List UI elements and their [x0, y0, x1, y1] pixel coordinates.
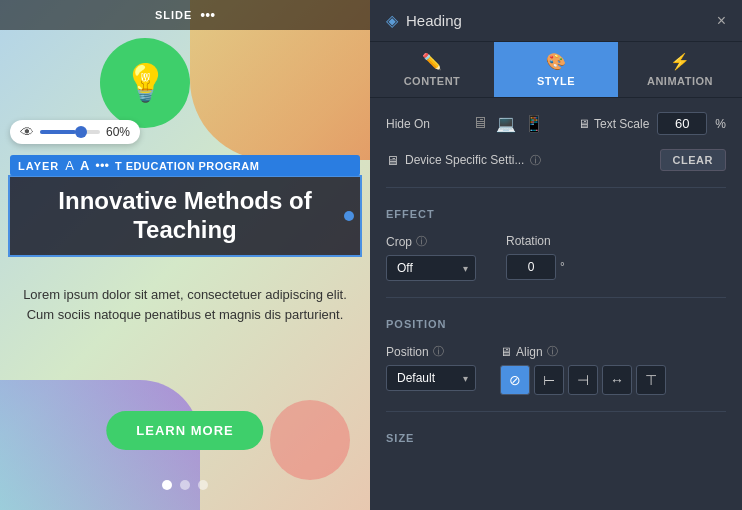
monitor-align-icon: 🖥: [500, 345, 512, 359]
desktop-icon[interactable]: 🖥: [472, 114, 488, 133]
learn-more-button[interactable]: LEARN MORE: [106, 411, 263, 450]
rotation-section: Rotation °: [506, 234, 565, 280]
align-section: 🖥 Align ⓘ ⊘ ⊢ ⊣ ↔ ⊤: [500, 344, 666, 395]
align-left-btn[interactable]: ⊢: [534, 365, 564, 395]
position-row: Position ⓘ Default Fixed Absolute 🖥 Alig…: [386, 344, 726, 395]
device-specific-label-group: 🖥 Device Specific Setti... ⓘ: [386, 153, 541, 168]
effect-section-title: EFFECT: [386, 208, 726, 220]
panel-content-area: Hide On 🖥 💻 📱 🖥 Text Scale % 🖥 D: [370, 98, 742, 510]
crop-select-wrapper: Off On: [386, 255, 476, 281]
align-justify-btn[interactable]: ⊤: [636, 365, 666, 395]
layer-aa-icon: A: [80, 158, 89, 173]
crop-label: Crop ⓘ: [386, 234, 476, 249]
zoom-slider[interactable]: [40, 130, 100, 134]
position-select[interactable]: Default Fixed Absolute: [386, 365, 476, 391]
hide-on-group: Hide On 🖥 💻 📱: [386, 114, 544, 133]
crop-section: Crop ⓘ Off On: [386, 234, 476, 281]
pagination: [162, 480, 208, 490]
slide-preview: SLIDE ••• 💡 👁 60% LAYER A A ••• T EDUCAT…: [0, 0, 370, 510]
resize-handle[interactable]: [344, 211, 354, 221]
hide-on-label: Hide On: [386, 117, 466, 131]
tablet-icon[interactable]: 💻: [496, 114, 516, 133]
size-section-title: SIZE: [386, 432, 726, 444]
device-specific-info-icon[interactable]: ⓘ: [530, 153, 541, 168]
zoom-slider-fill: [40, 130, 76, 134]
animation-tab-label: ANIMATION: [647, 75, 713, 87]
device-specific-section: 🖥 Device Specific Setti... ⓘ CLEAR: [386, 149, 726, 171]
heading-element[interactable]: Innovative Methods of Teaching: [8, 175, 362, 257]
slide-label: SLIDE: [155, 9, 192, 21]
text-scale-group: 🖥 Text Scale %: [578, 112, 726, 135]
slide-menu-icon[interactable]: •••: [200, 7, 215, 23]
layer-label: LAYER: [18, 160, 59, 172]
align-center-btn[interactable]: ⊣: [568, 365, 598, 395]
device-specific-monitor-icon: 🖥: [386, 153, 399, 168]
degree-symbol: °: [560, 260, 565, 274]
pagination-dot-active[interactable]: [162, 480, 172, 490]
text-scale-unit: %: [715, 117, 726, 131]
feature-circle: 💡: [100, 38, 190, 128]
align-icons-row: ⊘ ⊢ ⊣ ↔ ⊤: [500, 365, 666, 395]
content-tab-icon: ✏️: [422, 52, 443, 71]
divider-2: [386, 297, 726, 298]
align-label-group: 🖥 Align ⓘ: [500, 344, 666, 359]
eye-icon: 👁: [20, 124, 34, 140]
style-tab-label: STYLE: [537, 75, 575, 87]
pagination-dot-2[interactable]: [180, 480, 190, 490]
close-button[interactable]: ×: [717, 12, 726, 30]
layer-bar[interactable]: LAYER A A ••• T EDUCATION PROGRAM: [10, 155, 360, 176]
slide-header: SLIDE •••: [0, 0, 370, 30]
layers-icon: ◈: [386, 11, 398, 30]
bg-decoration-3: [270, 400, 350, 480]
crop-rotation-row: Crop ⓘ Off On Rotation °: [386, 234, 726, 281]
zoom-control[interactable]: 👁 60%: [10, 120, 140, 144]
lightbulb-icon: 💡: [123, 62, 168, 104]
crop-select[interactable]: Off On: [386, 255, 476, 281]
rotation-input[interactable]: [506, 254, 556, 280]
panel-header: ◈ Heading ×: [370, 0, 742, 42]
position-info-icon[interactable]: ⓘ: [433, 344, 444, 359]
rotation-label: Rotation: [506, 234, 565, 248]
tab-content[interactable]: ✏️ CONTENT: [370, 42, 494, 97]
properties-panel: ◈ Heading × ✏️ CONTENT 🎨 STYLE ⚡ ANIMATI…: [370, 0, 742, 510]
text-scale-input[interactable]: [657, 112, 707, 135]
content-tab-label: CONTENT: [404, 75, 461, 87]
tab-style[interactable]: 🎨 STYLE: [494, 42, 618, 97]
align-right-btn[interactable]: ↔: [602, 365, 632, 395]
mobile-icon[interactable]: 📱: [524, 114, 544, 133]
panel-title: Heading: [406, 12, 462, 29]
clear-button[interactable]: CLEAR: [660, 149, 726, 171]
position-label: Position ⓘ: [386, 344, 476, 359]
layer-title: T EDUCATION PROGRAM: [115, 160, 259, 172]
layer-dots-icon[interactable]: •••: [95, 158, 109, 173]
body-text: Lorem ipsum dolor sit amet, consectetuer…: [8, 285, 362, 324]
panel-header-left: ◈ Heading: [386, 11, 462, 30]
crop-info-icon[interactable]: ⓘ: [416, 234, 427, 249]
device-specific-text: Device Specific Setti...: [405, 153, 524, 167]
tabs-row: ✏️ CONTENT 🎨 STYLE ⚡ ANIMATION: [370, 42, 742, 98]
device-icon-group: 🖥 💻 📱: [472, 114, 544, 133]
animation-tab-icon: ⚡: [670, 52, 691, 71]
pagination-dot-3[interactable]: [198, 480, 208, 490]
position-select-wrapper: Default Fixed Absolute: [386, 365, 476, 391]
position-select-group: Position ⓘ Default Fixed Absolute: [386, 344, 476, 391]
zoom-slider-thumb[interactable]: [75, 126, 87, 138]
heading-text-line2: Teaching: [22, 216, 348, 245]
divider-1: [386, 187, 726, 188]
position-section-title: POSITION: [386, 318, 726, 330]
align-info-icon[interactable]: ⓘ: [547, 344, 558, 359]
monitor-small-icon: 🖥: [578, 117, 590, 131]
align-none-btn[interactable]: ⊘: [500, 365, 530, 395]
tab-animation[interactable]: ⚡ ANIMATION: [618, 42, 742, 97]
text-icon: A: [65, 158, 74, 173]
style-tab-icon: 🎨: [546, 52, 567, 71]
divider-3: [386, 411, 726, 412]
zoom-value: 60%: [106, 125, 130, 139]
heading-text-line1: Innovative Methods of: [22, 187, 348, 216]
hide-on-section: Hide On 🖥 💻 📱 🖥 Text Scale %: [386, 112, 726, 135]
text-scale-label: 🖥 Text Scale: [578, 117, 649, 131]
rotation-input-wrap: °: [506, 254, 565, 280]
